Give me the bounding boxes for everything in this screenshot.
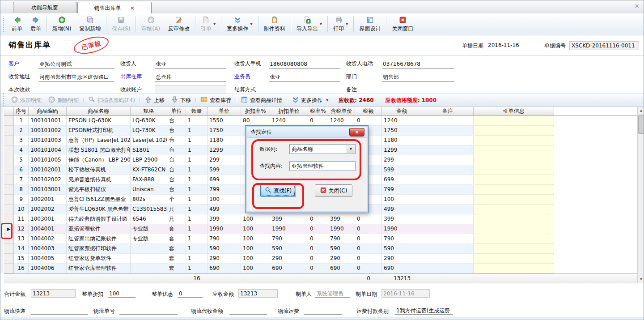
cell[interactable] [474,136,554,145]
cell[interactable]: 台 [167,126,186,136]
cell[interactable]: 1990 [382,224,422,234]
footer-input-total-amount[interactable]: 13213 [31,289,76,298]
cell[interactable] [474,234,554,244]
footer-input-receivable-amount[interactable]: 13213 [238,289,278,298]
cell[interactable]: 套 [167,244,186,254]
footer-input-creator[interactable]: 系统管理员 [315,290,350,298]
cell[interactable] [474,116,554,126]
grid-header-cell[interactable]: 税额 [355,107,382,116]
row-indicator[interactable] [4,214,14,224]
cell[interactable]: 100103001 [29,185,67,195]
cell[interactable]: 只 [167,205,186,214]
toolbar-button-add-detail[interactable]: 添加明细 [11,96,42,105]
cell[interactable]: 红管家出纳记账软件 [67,234,131,244]
toolbar-button-unapprove-edit[interactable]: 反审修改 [164,13,194,35]
row-indicator[interactable] [4,195,14,205]
cell[interactable]: 0 [355,224,382,234]
data-column-select[interactable]: 商品名称 ▼ [289,144,356,154]
cell[interactable]: 台 [167,165,186,175]
cell[interactable]: 590 [328,244,355,254]
scroll-up-icon[interactable]: ▲ [638,107,644,115]
cell[interactable]: 100 [241,214,270,224]
cell[interactable]: 1550 [208,116,241,126]
cell[interactable] [422,165,474,175]
table-row[interactable]: 131004002红管家出纳记账软件专业版套179010079007900790 [4,234,642,244]
footer-input-freight-pay-type[interactable]: 1我方付运费(生成运费 [395,307,453,315]
cell[interactable]: 0 [355,264,382,273]
cell[interactable]: 80 [241,116,270,126]
cell[interactable]: 只 [167,214,186,224]
cell[interactable]: 790 [328,234,355,244]
cell[interactable]: 1299 [208,145,241,155]
cell[interactable]: 套 [167,264,186,273]
cell[interactable]: 100 [208,195,241,205]
cell[interactable]: 1 [186,195,208,205]
cell[interactable]: EPSON针式打印机 [67,126,131,136]
cell[interactable]: 2 [14,126,29,136]
doc-date-field[interactable]: 2016-11-16 [487,42,537,49]
cell[interactable]: 专业版 [131,234,167,244]
cell[interactable] [422,185,474,195]
cell[interactable]: FAX-888 [131,175,167,185]
cell[interactable] [422,126,474,136]
cell[interactable]: 100 [241,254,270,264]
grid-header-cell[interactable]: 含税单价 [328,107,355,116]
tab-close-icon[interactable]: × [130,4,135,11]
cell[interactable]: 1240 [328,116,355,126]
cell[interactable]: 1180 [382,136,422,145]
cell[interactable]: KX-FT862CN [131,165,167,175]
cell[interactable]: 0 [355,234,382,244]
field-salesman[interactable]: 张亚 [269,73,340,82]
cell[interactable]: 1004006 [29,264,67,273]
cell[interactable]: 290 [328,254,355,264]
cell[interactable]: 0 [308,116,328,126]
cell[interactable]: 个 [167,195,186,205]
cell[interactable]: 4 [14,145,29,155]
cell[interactable]: 联想 S1801 黑白激光打印 [67,145,131,155]
dropdown-caret-icon[interactable]: ▼ [320,22,322,26]
cell[interactable]: 套 [167,224,186,234]
cell[interactable]: 1 [186,214,208,224]
cell[interactable]: 690 [328,264,355,273]
cell[interactable] [422,224,474,234]
cell[interactable] [131,254,167,264]
cell[interactable]: 0 [308,254,328,264]
grid-header-cell[interactable]: 单价 [208,107,241,116]
toolbar-button-copy-new[interactable]: 复制新增 [75,13,105,35]
cell[interactable]: 1240 [270,116,308,126]
cell[interactable]: LBP 2900 [131,155,167,165]
row-indicator[interactable] [4,254,14,264]
toolbar-button-view-stock[interactable]: 查看库存 [200,96,231,105]
cell[interactable]: 290 [270,254,308,264]
cell[interactable]: 1990 [328,224,355,234]
cell[interactable] [474,155,554,165]
cell[interactable]: 1 [186,175,208,185]
cell[interactable] [422,136,474,145]
toolbar-button-attachments[interactable]: 附件资料 [260,13,289,35]
cell[interactable]: 299 [208,155,241,165]
field-consignee[interactable]: 张亚 [155,60,226,69]
cell[interactable]: LQ-730K [131,126,167,136]
vertical-scrollbar[interactable]: ▲ ▼ [637,107,644,283]
cell[interactable]: 599 [382,165,422,175]
cell[interactable]: 红管家票据打印软件 [67,244,131,254]
footer-input-create-date[interactable]: 2016-11-16 [381,289,430,298]
field-customer[interactable]: 亚拓公司测试 [38,60,114,69]
cell[interactable] [474,244,554,254]
cell[interactable]: 100 [241,244,270,254]
cell[interactable] [422,175,474,185]
dropdown-caret-icon[interactable]: ▼ [346,22,348,26]
cell[interactable]: 惠普（HP）LaserJet 1020 [67,136,131,145]
cell[interactable]: 100102001 [29,165,67,175]
cell[interactable]: 100 [241,264,270,273]
field-consignee-mobile[interactable]: 18608080808 [269,60,340,69]
cell[interactable]: 699 [208,175,241,185]
dropdown-caret-icon[interactable]: ▼ [326,98,328,102]
toolbar-button-view-product-detail[interactable]: 查看商品详情 [241,96,282,105]
cell[interactable]: 690 [382,264,422,273]
tab-function-nav[interactable]: 功能导航窗 [13,2,76,13]
cell[interactable]: 红管家仓库管理软件 [67,264,131,273]
toolbar-button-more-detail-actions[interactable]: 更多操作▼ [292,96,328,105]
cell[interactable]: 0 [355,254,382,264]
row-indicator[interactable] [4,116,14,126]
